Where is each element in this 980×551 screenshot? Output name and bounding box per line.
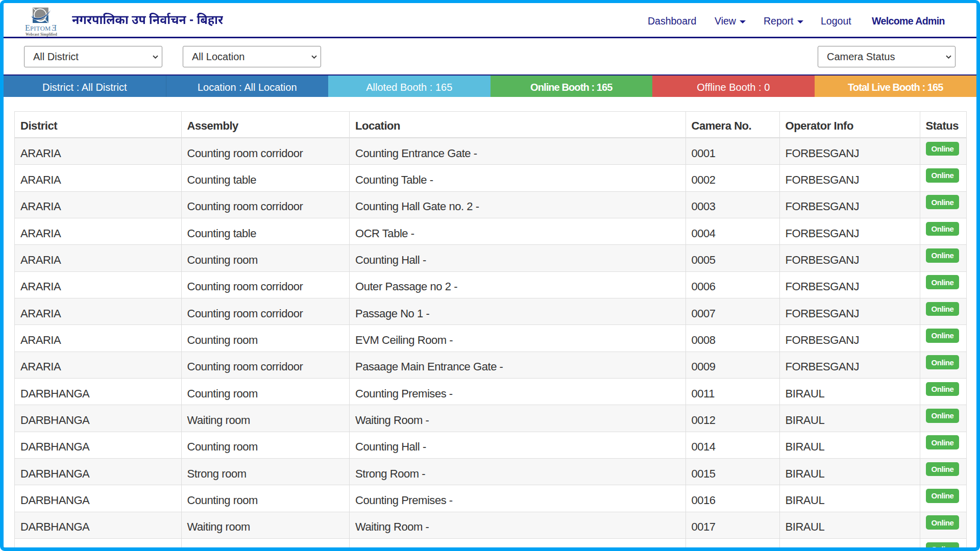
svg-text:EPITOM: EPITOM bbox=[25, 23, 51, 33]
svg-text:E: E bbox=[52, 23, 57, 33]
svg-text:Webcast Simplified: Webcast Simplified bbox=[26, 33, 57, 37]
